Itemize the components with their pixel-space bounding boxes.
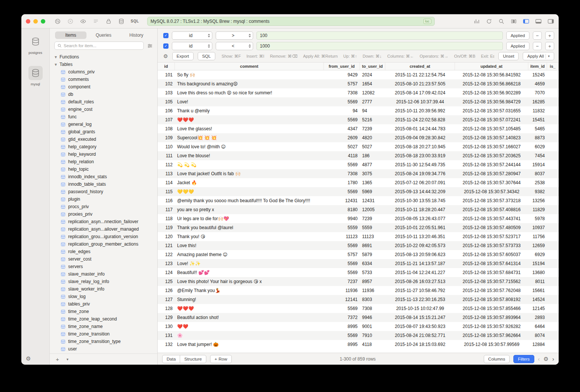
cell-to-user-id[interactable]: 12431 [360,198,385,203]
cell-updated-at[interactable]: 2015-12-08 15:30:56.841592 [455,72,528,78]
add-filter-button[interactable]: + [545,42,554,50]
cell-item-id[interactable]: 5465 [528,126,547,131]
column-header-comment[interactable]: comment [175,63,324,70]
table-row[interactable]: 125 Love this photo! Your hair is gorgeo… [158,277,559,286]
close-window-button[interactable] [26,19,30,24]
sidebar-table-item[interactable]: server_cost [50,255,157,263]
cell-id[interactable]: 128 [158,306,175,311]
cell-from-user-id[interactable]: 5569 [324,162,360,167]
cell-comment[interactable]: Love the blouse! [175,153,324,158]
sidebar-table-item[interactable]: role_edges [50,248,157,255]
cell-created-at[interactable]: 2015-10-11 20:39:56.992 [385,108,455,113]
cell-item-id[interactable]: 4659 [528,81,547,86]
cell-to-user-id[interactable]: 11936 [360,288,385,293]
cell-id[interactable]: 114 [158,180,175,185]
toggle-bottom-panel-icon[interactable] [535,18,542,25]
cell-from-user-id[interactable]: 7372 [324,315,360,320]
sidebar-table-item[interactable]: time_zone [50,308,157,315]
previous-page-icon[interactable]: ‹ [538,356,540,362]
cell-created-at[interactable]: 2015-10-15 10:02:47.99 [385,306,455,311]
table-settings-gear-icon[interactable]: ⚙ [544,356,549,362]
table-row[interactable]: 124 Beautiful!! 💕💕 5569 5733 2015-11-04 … [158,268,559,277]
cell-updated-at[interactable]: 2015-12-08 15:30:57.166027 [455,144,528,149]
cell-created-at[interactable]: 2015-10-01 22:05:51.961 [385,225,455,230]
sidebar-table-item[interactable]: engine_cost [50,106,157,113]
sidebar-table-item[interactable]: time_zone_transition_type [50,338,157,345]
cell-updated-at[interactable]: 2015-12-08 15:30:57.893964 [455,315,528,320]
cell-updated-at[interactable]: 2015-12-08 15:30:56.902289 [455,90,528,95]
connection-postgres[interactable]: postgres [28,34,43,55]
cell-updated-at[interactable]: 2015-12-08 15:30:57.031655 [455,108,528,113]
cell-created-at[interactable]: 2015-07-12 06:20:07.091 [385,180,455,185]
table-row[interactable]: 126 @Emily Thank you💃 11936 11936 2015-1… [158,286,559,295]
cell-updated-at[interactable]: 2015-12-08 15:30:57.523717 [455,234,528,239]
sidebar-table-item[interactable]: time_zone_leap_second [50,315,157,323]
connection-mysql[interactable]: mysql [28,66,43,86]
cell-created-at[interactable]: 2015-11-21 14:13:57.187 [385,261,455,266]
cell-comment[interactable]: Jacket 🔥 [175,180,324,185]
cell-item-id[interactable]: 15914 [528,162,547,167]
cell-updated-at[interactable]: 2015-12-08 15:30:57.573733 [455,243,528,248]
cell-comment[interactable]: Supercool💥 💥 💥 [175,135,324,140]
sidebar-table-item[interactable]: innodb_index_stats [50,173,157,180]
cell-comment[interactable]: Love this dress so much 😍 so nice for su… [175,90,324,95]
cell-comment[interactable]: Stunning! [175,297,324,302]
cell-created-at[interactable]: 2015-08-24 21:08:52.771 [385,333,455,338]
cell-updated-at[interactable]: 2015-12-08 15:30:56.984729 [455,99,528,104]
cell-id[interactable]: 125 [158,279,175,284]
settings-gear-icon[interactable]: ⚙ [26,356,31,361]
filters-button[interactable]: Filters [513,355,534,363]
cell-updated-at[interactable]: 2015-12-08 15:30:57.926282 [455,324,528,329]
cell-to-user-id[interactable]: 6334 [360,261,385,266]
table-row[interactable]: 110 Would love to! @mith 😊 5027 5027 201… [158,142,559,151]
table-row[interactable]: 122 Amazing pastel theme 😊 5757 5879 201… [158,250,559,259]
cell-created-at[interactable]: 2015-08-24 19:09:34.776 [385,171,455,176]
cell-id[interactable]: 129 [158,315,175,320]
cell-from-user-id[interactable]: 4347 [324,126,360,131]
cell-item-id[interactable]: 12145 [528,306,547,311]
connection-transfer-icon[interactable] [54,18,61,25]
column-header-updated-at[interactable]: updated_at [455,63,528,70]
table-row[interactable]: 120 Thank you! 😘 11123 11123 2015-10-11 … [158,232,559,241]
cell-comment[interactable]: Love! ✨✨ [175,261,324,266]
cell-to-user-id[interactable]: 5879 [360,252,385,257]
cell-from-user-id[interactable]: 12141 [324,297,360,302]
column-header-from-user-id[interactable]: from_user_id [324,63,360,70]
lock-icon[interactable] [105,18,112,25]
cell-id[interactable]: 121 [158,243,175,248]
cell-comment[interactable]: Thank you! 😘 [175,234,324,239]
cell-created-at[interactable]: 2015-11-30 12:54:49.735 [385,162,455,167]
cell-from-user-id[interactable]: 5569 [324,99,360,104]
data-tab-button[interactable]: Data [162,355,180,363]
cell-comment[interactable]: Amazing pastel theme 😊 [175,252,324,257]
cell-id[interactable]: 108 [158,126,175,131]
tree-group-functions[interactable]: ▼ Functions [50,53,157,61]
cell-updated-at[interactable]: 2015-12-08 15:30:57.408816 [455,207,528,212]
sidebar-table-item[interactable]: replication_asyn...ailover_managed [50,225,157,233]
cell-item-id[interactable]: 13256 [528,198,547,203]
cell-id[interactable]: 110 [158,144,175,149]
cell-comment[interactable]: Love! [175,99,324,104]
sidebar-table-item[interactable]: global_grants [50,128,157,136]
table-row[interactable]: 103 Love this dress so much 😍 so nice fo… [158,88,559,97]
sidebar-table-item[interactable]: user [50,345,157,353]
cell-to-user-id[interactable]: 5027 [360,144,385,149]
cell-comment[interactable]: ❤️❤️❤️ [175,117,324,122]
cell-from-user-id[interactable]: 12431 [324,198,360,203]
cell-item-id[interactable]: 11832 [528,108,547,113]
cell-to-user-id[interactable]: 4118 [360,342,385,347]
cell-item-id[interactable]: 16285 [528,99,547,104]
cell-id[interactable]: 122 [158,252,175,257]
cell-to-user-id[interactable]: 2777 [360,99,385,104]
cell-id[interactable]: 106 [158,108,175,113]
table-row[interactable]: 113 Love that jacket! Outfit is fab 🙌🏻 7… [158,169,559,178]
cell-id[interactable]: 132 [158,342,175,347]
cell-item-id[interactable]: 15451 [528,117,547,122]
add-filter-button[interactable]: + [545,31,554,40]
cell-created-at[interactable]: 2015-10-11 13:20:46.351 [385,234,455,239]
cell-id[interactable]: 105 [158,99,175,104]
table-row[interactable]: 108 Love the glasses! 4347 7239 2015-08-… [158,124,559,133]
filter-operator-select[interactable]: < [216,42,253,50]
cell-to-user-id[interactable]: 2024 [360,72,385,78]
cell-from-user-id[interactable]: 8995 [324,342,360,347]
